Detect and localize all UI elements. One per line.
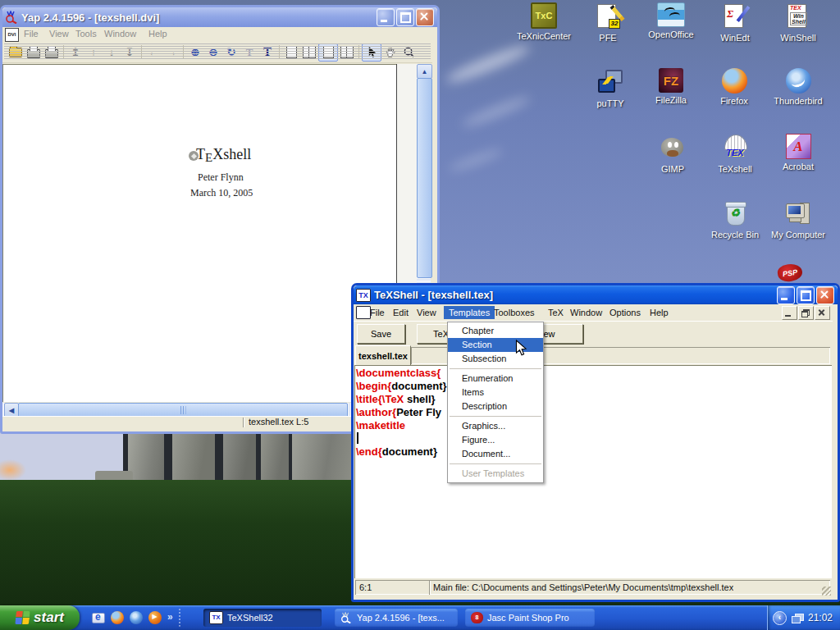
templates-menu-item-description[interactable]: Description	[448, 399, 543, 413]
templates-menu-item-section[interactable]: Section	[448, 338, 543, 352]
winshell-icon[interactable]: TEXWin Shell	[784, 2, 812, 30]
yap-menu-tools[interactable]: Tools	[75, 29, 97, 39]
menu-separator	[450, 416, 541, 417]
menu-toolboxes[interactable]: Toolboxes	[494, 306, 535, 319]
menu-view[interactable]: View	[417, 306, 436, 319]
templates-menu-item-subsection[interactable]: Subsection	[448, 352, 543, 366]
desktop-icon-filezilla[interactable]: FileZilla	[637, 68, 705, 105]
desktop-icon-psp[interactable]	[756, 264, 824, 281]
desktop-icon-label: TeXshell	[701, 164, 769, 174]
taskbar-button-texshell[interactable]: TXTeXShell32	[203, 609, 322, 627]
document-icon[interactable]	[356, 306, 371, 319]
close-button[interactable]	[816, 286, 834, 304]
scroll-up-button[interactable]: ▲	[417, 64, 432, 79]
menu-tex[interactable]: TeX	[548, 306, 564, 319]
texniccenter-icon[interactable]	[531, 2, 557, 29]
templates-menu-item-user-templates: User Templates	[448, 467, 543, 481]
desktop-icon-label: Recycle Bin	[701, 230, 769, 240]
mdi-close-button[interactable]	[815, 306, 830, 320]
tab-texshell-tex[interactable]: texshell.tex	[355, 345, 411, 367]
desktop-icon-openoffice[interactable]: OpenOffice	[637, 2, 705, 39]
cursor-position-panel: 6:1	[355, 580, 431, 595]
desktop-icon-thunderbird[interactable]: Thunderbird	[764, 68, 833, 106]
yap-menubar: DVI FileViewToolsWindowHelp	[2, 27, 432, 42]
texshell-menubar: FileEditViewTemplatesToolboxesTeXWindowO…	[354, 304, 833, 322]
quick-launch-chevron-icon[interactable]: »	[167, 611, 173, 624]
desktop-icon-mycomputer[interactable]: My Computer	[764, 199, 833, 240]
taskbar-button-label: Yap 2.4.1596 - [texs...	[357, 613, 445, 623]
putty-icon[interactable]	[596, 68, 624, 96]
templates-menu-item-chapter[interactable]: Chapter	[448, 324, 543, 338]
pfe-icon[interactable]: 32	[594, 2, 622, 30]
desktop-icon-pfe[interactable]: 32PFE	[573, 2, 642, 43]
mdi-restore-button[interactable]	[798, 306, 814, 320]
openoffice-icon[interactable]	[657, 2, 685, 27]
templates-menu-item-figure[interactable]: Figure...	[448, 433, 543, 447]
desktop-icon-putty[interactable]: puTTY	[576, 68, 645, 108]
yap-menu-help[interactable]: Help	[148, 29, 167, 39]
templates-menu-item-graphics[interactable]: Graphics...	[448, 419, 543, 433]
texshell-icon[interactable]: TEX	[721, 134, 749, 162]
minimize-button[interactable]	[777, 286, 795, 304]
gimp-icon[interactable]	[659, 134, 687, 162]
texshell-window: TX TeXShell - [texshell.tex] FileEditVie…	[351, 283, 840, 602]
system-tray: ‹ 21:02	[767, 605, 840, 630]
text-caret	[357, 432, 358, 444]
desktop-icon-acrobat[interactable]: Acrobat	[764, 134, 833, 171]
acrobat-icon[interactable]	[786, 134, 811, 159]
vertical-scroll-thumb[interactable]	[417, 78, 432, 278]
templates-menu-item-items[interactable]: Items	[448, 386, 543, 399]
psp-icon: 8	[471, 612, 483, 623]
filezilla-icon[interactable]	[659, 68, 683, 93]
maximize-button[interactable]	[797, 286, 815, 304]
templates-menu-item-enumeration[interactable]: Enumeration	[448, 372, 543, 386]
desktop-icon-winshell[interactable]: TEXWin ShellWinShell	[764, 2, 833, 43]
mycomputer-icon[interactable]	[784, 199, 812, 227]
menu-separator	[450, 368, 541, 369]
yap-menu-view[interactable]: View	[49, 29, 69, 39]
network-icon[interactable]	[792, 614, 803, 623]
menu-file[interactable]: File	[370, 306, 385, 319]
menu-edit[interactable]: Edit	[393, 306, 409, 319]
editor-line: \title{\TeX shell}	[354, 393, 832, 406]
yap-titlebar[interactable]: Yap 2.4.1596 - [texshell.dvi]	[2, 7, 437, 27]
maximize-button[interactable]	[396, 8, 414, 26]
menu-options[interactable]: Options	[609, 306, 641, 319]
texshell-tab-bar: texshell.tex	[354, 345, 833, 365]
desktop-icon-gimp[interactable]: GIMP	[638, 134, 707, 174]
mdi-minimize-button[interactable]	[782, 306, 797, 320]
taskbar-button-yap[interactable]: Yap 2.4.1596 - [texs...	[335, 609, 458, 627]
minimize-button[interactable]	[377, 8, 395, 26]
texshell-titlebar[interactable]: TX TeXShell - [texshell.tex]	[354, 285, 838, 304]
menu-window[interactable]: Window	[570, 306, 602, 319]
psp-icon[interactable]	[777, 262, 804, 283]
thunderbird-icon[interactable]	[130, 611, 143, 624]
winedt-icon[interactable]: Σ	[721, 2, 749, 30]
media-player-icon[interactable]	[148, 611, 162, 624]
save-button[interactable]: Save	[357, 324, 405, 344]
start-button[interactable]: start	[0, 605, 80, 630]
menu-templates[interactable]: Templates	[444, 306, 495, 319]
menu-separator	[450, 463, 541, 464]
close-button[interactable]	[416, 8, 434, 26]
outlook-express-icon[interactable]	[92, 613, 105, 623]
continuous-facing-icon[interactable]	[338, 44, 356, 61]
resize-grip[interactable]	[822, 587, 831, 596]
templates-menu-item-document[interactable]: Document...	[448, 447, 543, 461]
hide-inactive-icons-chevron[interactable]: ‹	[773, 611, 787, 625]
recyclebin-icon[interactable]: ♻	[721, 199, 749, 227]
firefox-icon[interactable]	[111, 611, 124, 624]
yap-menu-file[interactable]: File	[24, 29, 39, 39]
thunderbird-icon[interactable]	[786, 68, 811, 94]
desktop-icon-texshell[interactable]: TEXTeXshell	[701, 134, 769, 174]
firefox-icon[interactable]	[722, 68, 747, 94]
menu-help[interactable]: Help	[650, 306, 669, 319]
desktop-icon-recyclebin[interactable]: ♻Recycle Bin	[701, 199, 769, 240]
desktop-icon-firefox[interactable]: Firefox	[700, 68, 769, 106]
taskbar-button-psp[interactable]: 8Jasc Paint Shop Pro	[465, 609, 595, 627]
desktop-icon-winedt[interactable]: ΣWinEdt	[701, 2, 769, 43]
desktop-icon-texniccenter[interactable]: TeXnicCenter	[509, 2, 578, 41]
texshell-editor[interactable]: \documentclass{\begin{document}\title{\T…	[354, 365, 832, 578]
dvi-document-icon[interactable]: DVI	[5, 28, 19, 42]
yap-menu-window[interactable]: Window	[104, 29, 136, 39]
